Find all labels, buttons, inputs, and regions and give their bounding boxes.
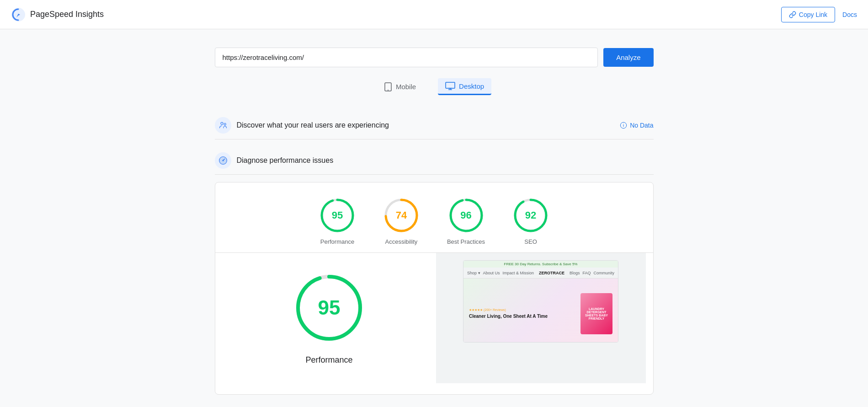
nav-link-impact: Impact & Mission: [503, 271, 534, 275]
score-label-best-practices: Best Practices: [447, 238, 485, 245]
score-accessibility[interactable]: 74 Accessibility: [383, 197, 420, 245]
nav-link-shop: Shop ▾: [467, 271, 480, 275]
url-input[interactable]: [215, 48, 598, 67]
diagnose-section: Diagnose performance issues 95 Performan…: [215, 145, 654, 395]
score-value-accessibility: 74: [396, 209, 407, 221]
product-label: LAUNDRY DETERGENT SHEETS BABY FRIENDLY: [582, 307, 611, 320]
link-icon: [789, 11, 796, 18]
banner-text: FREE 30 Day Returns. Subscribe & Save 5%: [504, 262, 578, 266]
docs-link[interactable]: Docs: [842, 11, 857, 18]
tab-desktop[interactable]: Desktop: [438, 78, 491, 95]
score-circle-performance: 95: [319, 197, 356, 234]
screenshot-headline: Cleaner Living, One Sheet At A Time: [469, 313, 548, 320]
gauge-icon: [218, 156, 228, 165]
perf-detail-left: 95 Performance: [223, 253, 436, 383]
score-value-seo: 92: [525, 209, 536, 221]
app-header: PageSpeed Insights Copy Link Docs: [0, 0, 868, 29]
score-label-accessibility: Accessibility: [385, 238, 418, 245]
scores-row: 95 Performance 74 Accessibility: [223, 197, 646, 245]
brand: PageSpeed Insights: [11, 7, 104, 22]
big-score-label: Performance: [305, 355, 352, 365]
big-score-value: 95: [318, 296, 341, 319]
search-row: Analyze: [215, 48, 654, 67]
diagnose-section-header: Diagnose performance issues: [215, 145, 654, 175]
users-icon: [218, 121, 228, 130]
discover-title: Discover what your real users are experi…: [237, 121, 389, 129]
screenshot-banner: FREE 30 Day Returns. Subscribe & Save 5%: [463, 261, 618, 268]
desktop-tab-label: Desktop: [459, 82, 484, 90]
screenshot-nav: Shop ▾ About Us Impact & Mission ZEROTRA…: [463, 268, 618, 278]
screenshot-product: LAUNDRY DETERGENT SHEETS BABY FRIENDLY: [580, 293, 612, 334]
screenshot-body: ★★★★★ (200+ Reviews) Cleaner Living, One…: [463, 278, 618, 343]
svg-rect-3: [446, 82, 455, 88]
nav-link-community: Community: [593, 271, 614, 275]
nav-link-blogs: Blogs: [570, 271, 580, 275]
svg-point-8: [224, 123, 226, 125]
bottom-section: 95 Performance FREE 30 Day Returns. Subs…: [223, 253, 646, 383]
no-data-label: No Data: [630, 122, 653, 129]
score-label-seo: SEO: [524, 238, 537, 245]
svg-point-13: [222, 160, 224, 161]
svg-point-7: [221, 122, 223, 124]
score-circle-best-practices: 96: [448, 197, 485, 234]
mobile-tab-label: Mobile: [396, 83, 416, 91]
screenshot-panel: FREE 30 Day Returns. Subscribe & Save 5%…: [436, 253, 646, 383]
screenshot-left-content: ★★★★★ (200+ Reviews) Cleaner Living, One…: [469, 308, 548, 320]
nav-link-faq: FAQ: [582, 271, 591, 275]
score-value-performance: 95: [332, 209, 343, 221]
no-data-indicator: No Data: [620, 122, 653, 129]
discover-icon: [215, 117, 231, 134]
nav-link-about: About Us: [483, 271, 500, 275]
mobile-icon: [384, 82, 392, 91]
scores-card: 95 Performance 74 Accessibility: [215, 182, 654, 395]
score-seo[interactable]: 92 SEO: [512, 197, 549, 245]
diagnose-icon: [215, 152, 231, 169]
score-circle-accessibility: 74: [383, 197, 420, 234]
score-best-practices[interactable]: 96 Best Practices: [447, 197, 485, 245]
device-tabs: Mobile Desktop: [215, 78, 654, 95]
desktop-icon: [445, 82, 455, 90]
main-content: Analyze Mobile Desktop: [206, 29, 663, 395]
site-logo-text: ZEROTRACE: [539, 271, 564, 275]
big-score-circle: 95: [293, 271, 366, 344]
copy-link-label: Copy Link: [799, 11, 827, 18]
svg-point-2: [388, 90, 389, 91]
diagnose-title: Diagnose performance issues: [237, 156, 334, 165]
header-actions: Copy Link Docs: [781, 7, 857, 22]
app-title: PageSpeed Insights: [30, 10, 104, 19]
info-icon: [620, 122, 627, 129]
tab-mobile[interactable]: Mobile: [377, 78, 423, 95]
pagespeed-logo: [11, 7, 26, 22]
analyze-button[interactable]: Analyze: [603, 48, 653, 67]
score-value-best-practices: 96: [460, 209, 471, 221]
site-screenshot: FREE 30 Day Returns. Subscribe & Save 5%…: [463, 260, 618, 343]
score-label-performance: Performance: [320, 238, 354, 245]
discover-section-header: Discover what your real users are experi…: [215, 110, 654, 139]
copy-link-button[interactable]: Copy Link: [781, 7, 835, 22]
screenshot-stars: ★★★★★ (200+ Reviews): [469, 308, 548, 312]
score-circle-seo: 92: [512, 197, 549, 234]
score-performance[interactable]: 95 Performance: [319, 197, 356, 245]
